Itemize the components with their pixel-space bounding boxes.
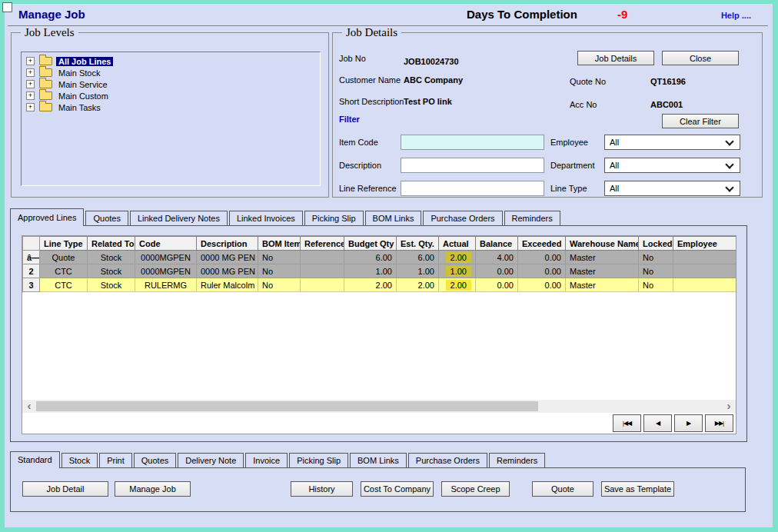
- column-header-description[interactable]: Description: [197, 237, 258, 251]
- grid-cell: CTC: [40, 264, 88, 278]
- tab-stock[interactable]: Stock: [62, 453, 98, 467]
- expand-icon[interactable]: +: [26, 57, 35, 65]
- chevron-down-icon: [725, 137, 733, 145]
- grid-cell: 0000MGPEN: [135, 264, 197, 278]
- tab-quotes[interactable]: Quotes: [85, 211, 128, 225]
- scroll-right-icon[interactable]: ›: [723, 400, 734, 413]
- tab-reminders[interactable]: Reminders: [489, 453, 545, 467]
- grid-cell: Ruler Malcolm: [197, 278, 258, 292]
- grid-cell: [673, 264, 737, 278]
- tab-purchase-orders[interactable]: Purchase Orders: [408, 453, 487, 467]
- column-header-warehouse-name[interactable]: Warehouse Name: [566, 237, 639, 251]
- manage-job-button[interactable]: Manage Job: [115, 481, 191, 497]
- employee-filter-select[interactable]: All: [604, 135, 740, 150]
- tab-standard[interactable]: Standard: [10, 451, 60, 468]
- first-record-button[interactable]: |◀◀: [613, 414, 641, 432]
- expand-icon[interactable]: +: [26, 91, 35, 100]
- row-header[interactable]: 3: [23, 278, 40, 292]
- tab-picking-slip[interactable]: Picking Slip: [304, 211, 364, 225]
- clear-filter-button[interactable]: Clear Filter: [662, 114, 739, 128]
- grid-cell: 0.00: [476, 278, 518, 292]
- quote-button[interactable]: Quote: [532, 481, 593, 497]
- quote-no-value: QT16196: [650, 77, 686, 86]
- tab-purchase-orders[interactable]: Purchase Orders: [423, 211, 502, 225]
- table-row[interactable]: â—°QuoteStock0000MGPEN0000 MG PENNo6.006…: [23, 251, 737, 264]
- table-row[interactable]: 2CTCStock0000MGPEN0000 MG PENNo1.001.001…: [23, 264, 737, 278]
- lines-grid[interactable]: Line TypeRelated ToCodeDescriptionBOM It…: [22, 235, 736, 434]
- row-header[interactable]: â—°: [23, 251, 40, 264]
- column-header-reference[interactable]: Reference: [301, 237, 344, 251]
- cost-to-company-button[interactable]: Cost To Company: [361, 481, 434, 497]
- close-button[interactable]: Close: [662, 51, 739, 65]
- tab-quotes[interactable]: Quotes: [134, 453, 176, 467]
- tree-item-main-tasks[interactable]: +Main Tasks: [23, 101, 318, 113]
- tab-bom-links[interactable]: BOM Links: [365, 211, 422, 225]
- tree-item-main-stock[interactable]: +Main Stock: [23, 67, 318, 78]
- column-header-row-selector[interactable]: [23, 237, 40, 251]
- job-details-button[interactable]: Job Details: [577, 51, 654, 65]
- expand-icon[interactable]: +: [26, 80, 35, 88]
- tree-item-label: All Job Lines: [56, 57, 113, 66]
- actual-highlight: 2.00: [446, 252, 471, 263]
- column-header-budget-qty[interactable]: Budget Qty: [344, 237, 397, 251]
- tab-linked-delivery-notes[interactable]: Linked Delivery Notes: [130, 211, 228, 225]
- scroll-left-icon[interactable]: ‹: [24, 400, 35, 413]
- column-header-balance[interactable]: Balance: [476, 237, 518, 251]
- job-levels-tree[interactable]: +All Job Lines+Main Stock+Main Service+M…: [21, 52, 321, 186]
- grid-cell: No: [258, 264, 301, 278]
- next-record-button[interactable]: ▶: [674, 414, 703, 432]
- scope-creep-button[interactable]: Scope Creep: [441, 481, 510, 497]
- help-link[interactable]: Help ....: [721, 11, 751, 20]
- column-header-actual[interactable]: Actual: [439, 237, 476, 251]
- column-header-bom-item[interactable]: BOM Item: [258, 237, 301, 251]
- department-filter-select[interactable]: All: [604, 158, 740, 173]
- grid-cell: 6.00: [397, 251, 439, 264]
- column-header-line-type[interactable]: Line Type: [40, 237, 88, 251]
- grid-cell: Stock: [88, 251, 135, 264]
- expand-icon[interactable]: +: [26, 68, 35, 77]
- table-row[interactable]: 3CTCStockRULERMGRuler MalcolmNo2.002.002…: [23, 278, 737, 292]
- tab-bom-links[interactable]: BOM Links: [350, 453, 407, 467]
- tab-linked-invoices[interactable]: Linked Invoices: [229, 211, 303, 225]
- line-reference-input[interactable]: [401, 181, 544, 196]
- column-header-est-qty[interactable]: Est. Qty.: [397, 237, 439, 251]
- description-input[interactable]: [401, 158, 544, 173]
- tab-delivery-note[interactable]: Delivery Note: [178, 453, 244, 467]
- horizontal-scrollbar[interactable]: ‹ ›: [22, 400, 736, 413]
- tree-item-main-service[interactable]: +Main Service: [23, 78, 318, 90]
- row-header[interactable]: 2: [23, 264, 40, 278]
- department-filter-label: Department: [550, 161, 594, 170]
- item-code-input[interactable]: [401, 135, 544, 150]
- tree-item-main-custom[interactable]: +Main Custom: [23, 90, 318, 101]
- window-corner-square: [2, 2, 12, 12]
- grid-cell: 0000MGPEN: [135, 251, 197, 264]
- tree-item-all-job-lines[interactable]: +All Job Lines: [23, 55, 318, 67]
- folder-icon: [39, 57, 52, 65]
- history-button[interactable]: History: [291, 481, 353, 497]
- tab-picking-slip[interactable]: Picking Slip: [289, 453, 348, 467]
- tab-invoice[interactable]: Invoice: [245, 453, 288, 467]
- column-header-exceeded[interactable]: Exceeded: [518, 237, 566, 251]
- tab-approved-lines[interactable]: Approved Lines: [10, 208, 84, 226]
- column-header-employee[interactable]: Employee: [673, 237, 737, 251]
- column-header-locked[interactable]: Locked: [639, 237, 673, 251]
- scrollbar-thumb[interactable]: [36, 401, 538, 411]
- record-navigation: |◀◀◀▶▶▶|: [613, 414, 733, 432]
- grid-cell: No: [639, 264, 673, 278]
- grid-cell: Master: [566, 251, 639, 264]
- grid-cell: 0.00: [518, 264, 566, 278]
- tab-print[interactable]: Print: [99, 453, 132, 467]
- grid-cell: 0.00: [518, 278, 566, 292]
- grid-cell: 6.00: [344, 251, 397, 264]
- column-header-related-to[interactable]: Related To: [88, 237, 135, 251]
- expand-icon[interactable]: +: [26, 103, 35, 111]
- line-type-filter-value: All: [610, 184, 619, 193]
- previous-record-button[interactable]: ◀: [643, 414, 672, 432]
- line-type-filter-select[interactable]: All: [604, 181, 740, 196]
- tab-reminders[interactable]: Reminders: [504, 211, 560, 225]
- actual-highlight: 1.00: [446, 266, 471, 277]
- column-header-code[interactable]: Code: [135, 237, 197, 251]
- save-as-template-button[interactable]: Save as Template: [601, 481, 674, 497]
- job-detail-button[interactable]: Job Detail: [22, 481, 108, 497]
- last-record-button[interactable]: ▶▶|: [705, 414, 733, 432]
